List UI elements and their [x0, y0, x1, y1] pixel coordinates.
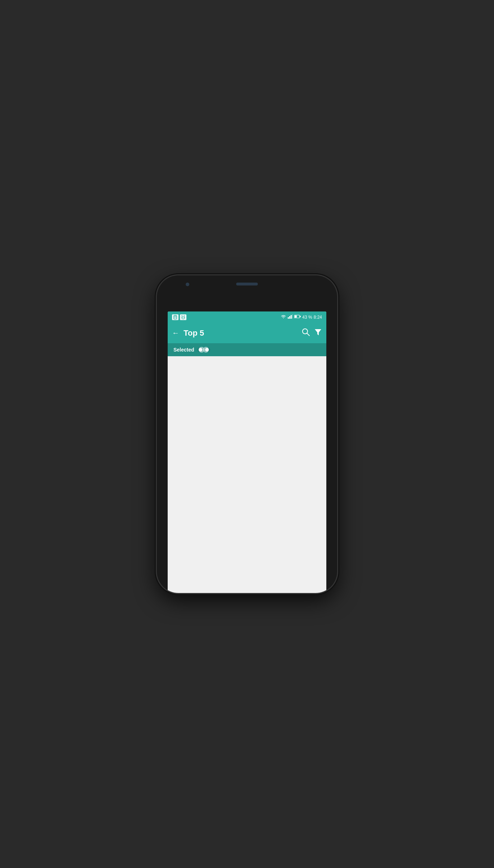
phone-bezel-top — [157, 275, 337, 293]
selected-toggle[interactable] — [197, 346, 210, 353]
selected-bar: Selected — [168, 343, 326, 356]
svg-rect-1 — [175, 315, 176, 316]
wifi-icon — [281, 314, 286, 320]
svg-rect-9 — [288, 317, 289, 319]
phone-device: 43 % 8:24 ← Top 5 Selected — [157, 275, 337, 593]
time: 8:24 — [314, 315, 322, 320]
svg-rect-12 — [292, 314, 293, 319]
svg-rect-10 — [289, 316, 290, 319]
search-button[interactable] — [302, 328, 310, 338]
svg-rect-11 — [291, 315, 292, 319]
svg-point-23 — [205, 348, 209, 352]
toolbar: ← Top 5 — [168, 323, 326, 343]
svg-point-22 — [199, 348, 202, 352]
svg-point-6 — [184, 317, 184, 318]
selected-label: Selected — [173, 347, 194, 353]
svg-rect-14 — [300, 316, 301, 317]
phone-screen: 43 % 8:24 ← Top 5 Selected — [168, 311, 326, 593]
battery-pct: 43 % — [302, 315, 312, 320]
status-icons-right: 43 % 8:24 — [281, 314, 322, 320]
camera-dot — [186, 283, 189, 286]
svg-line-7 — [182, 315, 182, 316]
filter-button[interactable] — [314, 328, 322, 338]
toolbar-title: Top 5 — [184, 328, 297, 338]
signal-icon — [288, 314, 293, 320]
svg-line-8 — [184, 315, 185, 316]
svg-marker-18 — [315, 329, 321, 335]
status-bar: 43 % 8:24 — [168, 311, 326, 323]
svg-line-17 — [307, 333, 310, 336]
status-icons-left — [172, 314, 186, 320]
android-icon — [180, 314, 186, 320]
svg-rect-15 — [295, 315, 297, 318]
clipboard-icon — [172, 314, 178, 320]
battery-icon — [294, 314, 301, 320]
svg-point-5 — [182, 317, 183, 318]
back-button[interactable]: ← — [172, 329, 179, 337]
speaker-grille — [236, 283, 258, 285]
